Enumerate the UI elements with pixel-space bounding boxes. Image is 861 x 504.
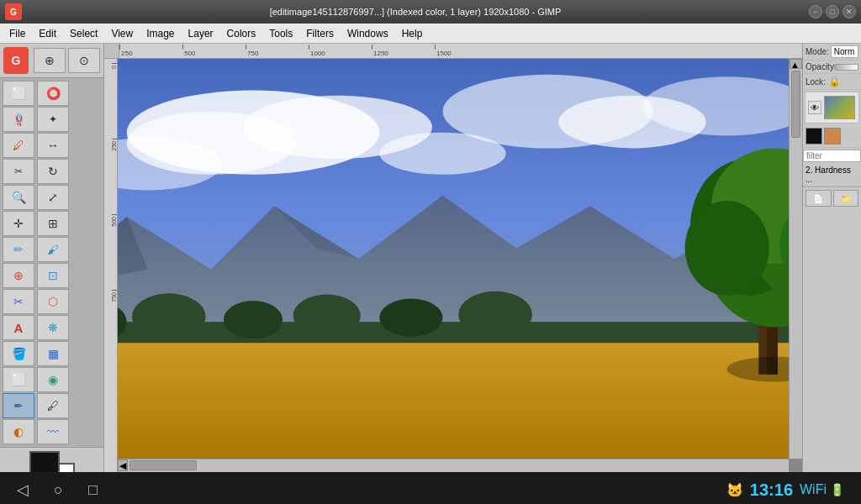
color-swatches-row bbox=[803, 125, 861, 148]
black-swatch[interactable] bbox=[806, 128, 822, 144]
tool-blend[interactable]: ▦ bbox=[37, 341, 69, 366]
mode-row: Mode: Norm bbox=[803, 44, 861, 60]
clock: 13:16 bbox=[750, 480, 793, 500]
layer-row[interactable]: 👁 bbox=[805, 92, 859, 123]
android-navigation: ◁ ○ □ bbox=[17, 480, 98, 499]
lock-icon[interactable]: 🔒 bbox=[828, 76, 841, 87]
scroll-thumb-vertical[interactable] bbox=[791, 71, 800, 138]
tool-text[interactable]: A bbox=[3, 315, 34, 340]
tool-rect-select[interactable]: ⬜ bbox=[3, 81, 34, 106]
tool-magnify[interactable]: 🔍 bbox=[3, 185, 34, 210]
scroll-up-button[interactable]: ▲ bbox=[790, 59, 802, 69]
tool-ink[interactable]: 🖋 bbox=[37, 393, 69, 418]
panel-new-button[interactable]: 📄 bbox=[806, 190, 832, 207]
layer-visibility-toggle[interactable]: 👁 bbox=[808, 101, 821, 114]
window-title: [editimage145112876997...] (Indexed colo… bbox=[22, 7, 809, 17]
menu-bar: File Edit Select View Image Layer Colors… bbox=[0, 24, 861, 44]
home-button[interactable]: ○ bbox=[54, 481, 63, 499]
tool-paintbrush[interactable]: 🖌 bbox=[37, 237, 69, 262]
ruler-mark-750: 750 bbox=[246, 45, 309, 57]
menu-tools[interactable]: Tools bbox=[263, 26, 298, 41]
tool-fuzzy-select[interactable]: ✦ bbox=[37, 107, 69, 132]
panel-folder-button[interactable]: 📁 bbox=[833, 190, 859, 207]
tool-bucket-fill[interactable]: 🪣 bbox=[3, 341, 34, 366]
layer-thumbnail bbox=[824, 96, 855, 119]
tool-eraser[interactable]: ⬜ bbox=[3, 367, 34, 392]
menu-image[interactable]: Image bbox=[140, 26, 180, 41]
menu-view[interactable]: View bbox=[105, 26, 139, 41]
lock-row: Lock: 🔒 bbox=[803, 74, 861, 90]
scroll-left-button[interactable]: ◀ bbox=[118, 459, 128, 471]
tool-smudge[interactable]: 〰 bbox=[37, 419, 69, 444]
notification-icon: 🐱 bbox=[726, 482, 743, 498]
tool-blur[interactable]: ◉ bbox=[37, 367, 69, 392]
android-bottom-bar: ◁ ○ □ 🐱 13:16 WiFi 🔋 bbox=[0, 472, 861, 504]
tool-color-picker[interactable]: 🖊 bbox=[3, 133, 34, 158]
minimize-button[interactable]: − bbox=[809, 5, 822, 18]
tool-dodge-burn[interactable]: ◐ bbox=[3, 419, 34, 444]
gimp-logo-icon: G bbox=[5, 3, 22, 20]
foreground-color-box[interactable] bbox=[29, 451, 60, 472]
tool-transform[interactable]: ↔ bbox=[37, 133, 69, 158]
svg-point-29 bbox=[685, 201, 769, 296]
scrollbar-bottom[interactable]: ◀ bbox=[118, 459, 789, 472]
tool-move[interactable]: ✛ bbox=[3, 211, 34, 236]
menu-help[interactable]: Help bbox=[396, 26, 429, 41]
canvas-wrapper[interactable]: 0 250 500 750 bbox=[104, 59, 802, 472]
maximize-button[interactable]: □ bbox=[826, 5, 839, 18]
lock-label: Lock: bbox=[806, 77, 826, 87]
opacity-slider[interactable] bbox=[834, 64, 858, 71]
tool-align[interactable]: ⊞ bbox=[37, 211, 69, 236]
menu-edit[interactable]: Edit bbox=[33, 26, 62, 41]
toolbar-bottom: Airbrush bbox=[0, 447, 103, 472]
tool-grid: ⬜ ⭕ 🪢 ✦ 🖊 ↔ ✂ ↻ 🔍 ⤢ ✛ ⊞ ✏ 🖌 ⊕ ⊡ ✂ ⬡ bbox=[0, 78, 103, 447]
tool-heal[interactable]: ⊕ bbox=[3, 263, 34, 288]
ruler-mark-1000: 1000 bbox=[309, 45, 372, 57]
main-area: G ⊕ ⊙ ⬜ ⭕ 🪢 ✦ 🖊 ↔ ✂ ↻ 🔍 ⤢ ✛ bbox=[0, 44, 861, 472]
ruler-mark-1250: 1250 bbox=[372, 45, 435, 57]
recents-button[interactable]: □ bbox=[88, 481, 98, 499]
tool-fuzzy2[interactable]: ❋ bbox=[37, 315, 69, 340]
tool-rotate[interactable]: ↻ bbox=[37, 159, 69, 184]
close-button[interactable]: ✕ bbox=[843, 5, 856, 18]
tool-zoom-fit[interactable]: ⊙ bbox=[68, 48, 100, 73]
tool-navigation[interactable]: ⊕ bbox=[34, 48, 66, 73]
tool-lasso[interactable]: 🪢 bbox=[3, 107, 34, 132]
svg-point-17 bbox=[379, 299, 442, 337]
filter-input[interactable] bbox=[803, 150, 861, 162]
gimp-logo: G bbox=[3, 47, 29, 74]
brown-swatch[interactable] bbox=[824, 128, 841, 144]
tool-shear[interactable]: ⤢ bbox=[37, 185, 69, 210]
canvas-area: 250 500 750 1000 1250 bbox=[104, 44, 802, 472]
menu-file[interactable]: File bbox=[3, 26, 31, 41]
opacity-row: Opacity bbox=[803, 60, 861, 74]
menu-colors[interactable]: Colors bbox=[221, 26, 262, 41]
status-icons: WiFi 🔋 bbox=[800, 482, 844, 497]
ruler-mark-500: 500 bbox=[182, 45, 246, 57]
menu-windows[interactable]: Windows bbox=[341, 26, 394, 41]
menu-layer[interactable]: Layer bbox=[182, 26, 219, 41]
mode-value[interactable]: Norm bbox=[831, 45, 858, 58]
title-bar: G [editimage145112876997...] (Indexed co… bbox=[0, 0, 861, 24]
svg-rect-19 bbox=[118, 343, 789, 459]
battery-icon: 🔋 bbox=[830, 483, 844, 496]
tool-airbrush[interactable]: ✒ bbox=[3, 393, 34, 418]
tool-clone[interactable]: ⊡ bbox=[37, 263, 69, 288]
tool-crop[interactable]: ✂ bbox=[3, 159, 34, 184]
ruler-corner bbox=[104, 44, 119, 59]
menu-filters[interactable]: Filters bbox=[300, 26, 340, 41]
color-selection[interactable] bbox=[29, 451, 75, 472]
menu-select[interactable]: Select bbox=[64, 26, 103, 41]
tool-pencil[interactable]: ✏ bbox=[3, 237, 34, 262]
scrollbar-right[interactable]: ▲ bbox=[789, 59, 802, 459]
scroll-thumb-horizontal[interactable] bbox=[129, 460, 197, 470]
image-canvas[interactable] bbox=[118, 59, 789, 459]
landscape-image bbox=[118, 59, 789, 459]
back-button[interactable]: ◁ bbox=[17, 480, 29, 499]
tool-ellipse-select[interactable]: ⭕ bbox=[37, 81, 69, 106]
tool-paths[interactable]: ⬡ bbox=[37, 289, 69, 314]
panel-buttons: 📄 📁 bbox=[803, 186, 861, 209]
svg-point-8 bbox=[379, 133, 505, 175]
opacity-label: Opacity bbox=[806, 62, 834, 71]
tool-iscissors[interactable]: ✂ bbox=[3, 289, 34, 314]
